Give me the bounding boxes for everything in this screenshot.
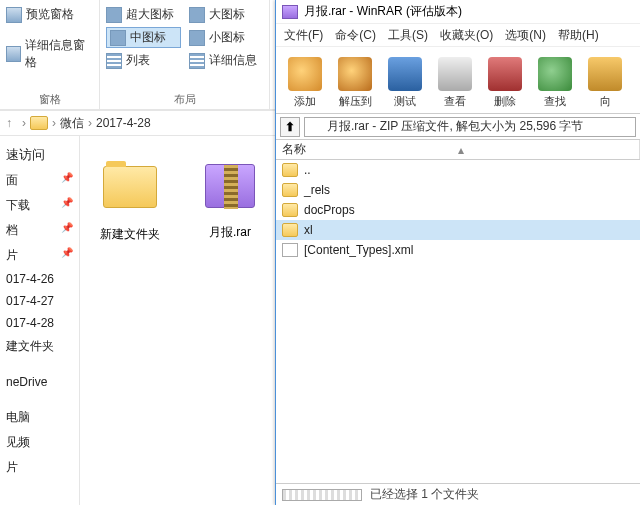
winrar-window: 月报.rar - WinRAR (评估版本) 文件(F) 命令(C) 工具(S)… xyxy=(275,0,640,505)
preview-pane-button[interactable]: 预览窗格 xyxy=(6,4,93,25)
menu-help[interactable]: 帮助(H) xyxy=(558,27,599,44)
pathbar: ⬆ 月报.rar - ZIP 压缩文件, 解包大小为 25,596 字节 xyxy=(276,114,640,140)
file-label: 新建文件夹 xyxy=(90,226,170,243)
details-pane-icon xyxy=(6,46,21,62)
breadcrumb-seg[interactable]: 2017-4-28 xyxy=(96,116,151,130)
ribbon-panes-group: 预览窗格 详细信息窗格 窗格 xyxy=(0,0,100,109)
delete-icon xyxy=(488,57,522,91)
quick-access[interactable]: 速访问 xyxy=(2,142,77,168)
pin-icon: 📌 xyxy=(61,197,73,214)
nav-item[interactable]: 面📌 xyxy=(2,168,77,193)
extract-button[interactable]: 解压到 xyxy=(330,49,380,111)
menu-cmd[interactable]: 命令(C) xyxy=(335,27,376,44)
nav-item[interactable]: 片 xyxy=(2,455,77,480)
nav-item[interactable]: 档📌 xyxy=(2,218,77,243)
file-icon xyxy=(282,243,298,257)
ribbon-group-label: 窗格 xyxy=(6,88,93,107)
titlebar[interactable]: 月报.rar - WinRAR (评估版本) xyxy=(276,0,640,24)
preview-pane-icon xyxy=(6,7,22,23)
ribbon-layout-group: 超大图标 大图标 中图标 小图标 列表 详细信息 布局 xyxy=(100,0,270,109)
list-header[interactable]: 名称 ▴ xyxy=(276,140,640,160)
breadcrumb-seg[interactable]: 微信 xyxy=(60,115,84,132)
toolbar: 添加 解压到 测试 查看 删除 查找 向 xyxy=(276,46,640,114)
details-view-button[interactable]: 详细信息 xyxy=(189,50,264,71)
rar-icon xyxy=(309,121,323,133)
find-icon xyxy=(538,57,572,91)
nav-item[interactable]: 017-4-28 xyxy=(2,312,77,334)
up-button[interactable]: ⬆ xyxy=(280,117,300,137)
add-button[interactable]: 添加 xyxy=(280,49,330,111)
extract-icon xyxy=(338,57,372,91)
pin-icon: 📌 xyxy=(61,172,73,189)
nav-item[interactable]: 建文件夹 xyxy=(2,334,77,359)
sort-icon: ▴ xyxy=(458,143,464,157)
file-list[interactable]: .. _rels docProps xl [Content_Types].xml xyxy=(276,160,640,460)
grid-icon xyxy=(106,7,122,23)
folder-icon xyxy=(282,223,298,237)
pin-icon: 📌 xyxy=(61,247,73,264)
progress-icon xyxy=(282,489,362,501)
folder-up-icon xyxy=(282,163,298,177)
list-row[interactable]: xl xyxy=(276,220,640,240)
list-icon xyxy=(106,53,122,69)
chevron-right-icon: › xyxy=(88,116,92,130)
folder-item[interactable]: 新建文件夹 xyxy=(90,156,170,243)
nav-item[interactable]: 见频 xyxy=(2,430,77,455)
list-row-up[interactable]: .. xyxy=(276,160,640,180)
rar-file-item[interactable]: 月报.rar xyxy=(190,156,270,241)
rar-icon xyxy=(205,164,255,208)
ribbon-group-label: 布局 xyxy=(106,88,263,107)
menu-opt[interactable]: 选项(N) xyxy=(505,27,546,44)
details-pane-label: 详细信息窗格 xyxy=(25,37,93,71)
grid-icon xyxy=(189,30,205,46)
large-icons-button[interactable]: 大图标 xyxy=(189,4,264,25)
nav-up-icon[interactable]: ↑ xyxy=(6,116,12,130)
path-text: 月报.rar - ZIP 压缩文件, 解包大小为 25,596 字节 xyxy=(327,118,584,135)
wizard-button[interactable]: 向 xyxy=(580,49,630,111)
nav-item[interactable]: 017-4-27 xyxy=(2,290,77,312)
status-bar: 已经选择 1 个文件夹 xyxy=(276,483,640,505)
list-row[interactable]: _rels xyxy=(276,180,640,200)
small-icons-button[interactable]: 小图标 xyxy=(189,27,264,48)
delete-button[interactable]: 删除 xyxy=(480,49,530,111)
folder-icon xyxy=(282,203,298,217)
details-pane-button[interactable]: 详细信息窗格 xyxy=(6,35,93,73)
wizard-icon xyxy=(588,57,622,91)
preview-pane-label: 预览窗格 xyxy=(26,6,74,23)
pin-icon: 📌 xyxy=(61,222,73,239)
nav-item[interactable]: 017-4-26 xyxy=(2,268,77,290)
list-row[interactable]: [Content_Types].xml xyxy=(276,240,640,260)
chevron-right-icon: › xyxy=(22,116,26,130)
menu-tool[interactable]: 工具(S) xyxy=(388,27,428,44)
nav-onedrive[interactable]: neDrive xyxy=(2,371,77,393)
menu-fav[interactable]: 收藏夹(O) xyxy=(440,27,493,44)
medium-icons-button[interactable]: 中图标 xyxy=(106,27,181,48)
find-button[interactable]: 查找 xyxy=(530,49,580,111)
path-box[interactable]: 月报.rar - ZIP 压缩文件, 解包大小为 25,596 字节 xyxy=(304,117,636,137)
nav-pane[interactable]: 速访问 面📌 下载📌 档📌 片📌 017-4-26 017-4-27 017-4… xyxy=(0,136,80,505)
view-icon xyxy=(438,57,472,91)
folder-icon xyxy=(103,166,157,208)
status-text: 已经选择 1 个文件夹 xyxy=(370,486,479,503)
file-label: 月报.rar xyxy=(190,224,270,241)
rar-icon xyxy=(282,5,298,19)
folder-icon xyxy=(282,183,298,197)
folder-icon xyxy=(30,116,48,130)
add-icon xyxy=(288,57,322,91)
col-name: 名称 xyxy=(282,141,306,158)
list-view-button[interactable]: 列表 xyxy=(106,50,181,71)
test-button[interactable]: 测试 xyxy=(380,49,430,111)
test-icon xyxy=(388,57,422,91)
view-button[interactable]: 查看 xyxy=(430,49,480,111)
grid-icon xyxy=(110,30,126,46)
menu-file[interactable]: 文件(F) xyxy=(284,27,323,44)
menubar: 文件(F) 命令(C) 工具(S) 收藏夹(O) 选项(N) 帮助(H) xyxy=(276,24,640,46)
window-title: 月报.rar - WinRAR (评估版本) xyxy=(304,3,462,20)
nav-item[interactable]: 下载📌 xyxy=(2,193,77,218)
list-row[interactable]: docProps xyxy=(276,200,640,220)
nav-item[interactable]: 片📌 xyxy=(2,243,77,268)
list-icon xyxy=(189,53,205,69)
extra-large-icons-button[interactable]: 超大图标 xyxy=(106,4,181,25)
nav-thispc[interactable]: 电脑 xyxy=(2,405,77,430)
chevron-right-icon: › xyxy=(52,116,56,130)
